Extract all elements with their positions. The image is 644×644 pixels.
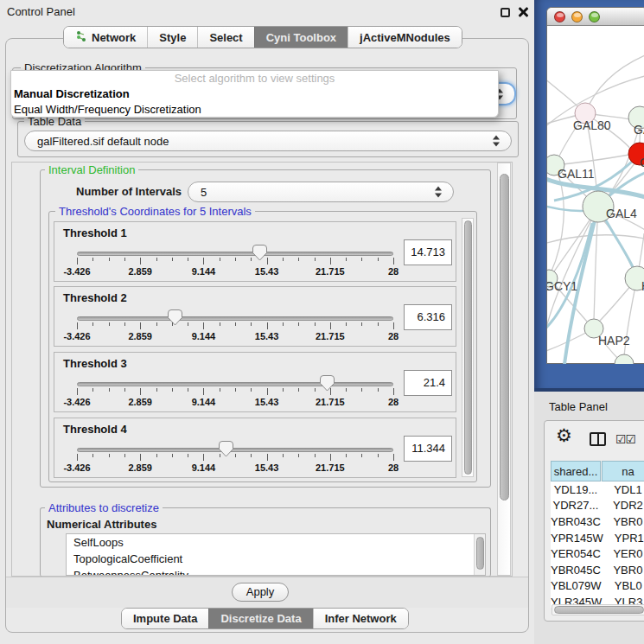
network-edge[interactable] (554, 155, 629, 165)
tab-label: jActiveMNodules (360, 31, 450, 44)
tick-label: 21.715 (316, 266, 345, 277)
table-cell: YBR043C (551, 513, 601, 530)
algorithm-dropdown: Select algorithm to view settings Manual… (10, 70, 499, 118)
table-row[interactable]: YBL079WYBL0 (551, 578, 644, 595)
node-label: HAP2 (598, 334, 630, 348)
gear-icon[interactable]: ⚙ (556, 427, 572, 445)
zoom-traffic-light[interactable] (589, 11, 600, 22)
tick-label: 21.715 (316, 397, 345, 407)
close-icon[interactable] (518, 7, 528, 17)
threshold-value-field[interactable]: 6.316 (404, 304, 452, 330)
table-row[interactable]: YPR145WYPR1 (551, 530, 644, 546)
threshold-value-field[interactable]: 11.344 (404, 436, 452, 462)
table-cell: YBR0 (602, 513, 644, 530)
table-row[interactable]: YBR043CYBR0 (551, 513, 644, 530)
slider-track[interactable] (77, 316, 393, 321)
checkboxes-icon[interactable]: ☑☑ (615, 432, 635, 446)
dropdown-option-manual-discretization[interactable]: Manual Discretization (11, 86, 498, 102)
tab-jactivemnodules[interactable]: jActiveMNodules (348, 27, 462, 48)
tab-label: Discretize Data (220, 612, 301, 625)
node-label: GA (634, 123, 644, 137)
top-tabstrip: NetworkStyleSelectCyni ToolboxjActiveMNo… (63, 26, 462, 48)
threshold-value-field[interactable]: 14.713 (404, 239, 452, 265)
tab-discretize-data[interactable]: Discretize Data (208, 609, 312, 628)
slider-ticks (77, 258, 394, 266)
tab-label: Select (209, 31, 242, 44)
tick-label: 15.43 (255, 397, 279, 407)
combo-stepper-icon (435, 187, 443, 198)
float-icon[interactable] (501, 8, 510, 17)
intervals-combo[interactable]: 5 (188, 182, 454, 202)
node-label: GAL80 (573, 118, 611, 132)
table-row[interactable]: YBR045CYBR0 (551, 562, 644, 578)
attributes-scrollbar[interactable] (474, 534, 485, 575)
table-data-value: galFiltered.sif default node (37, 135, 169, 148)
column-header-1[interactable]: na (602, 461, 644, 481)
network-edge[interactable] (547, 78, 582, 111)
threshold-value-field[interactable]: 21.4 (404, 370, 452, 396)
table-cell: YPR1 (604, 530, 644, 546)
threshold-panel-1: Threshold 1-3.4262.8599.14415.4321.71528… (54, 221, 456, 282)
network-window: GAL80GACGAL11GAL4GCY1HHAP2 (546, 7, 644, 364)
tick-label: 28 (388, 397, 399, 407)
table-row[interactable]: YDL19...YDL1 (551, 481, 644, 498)
tick-label: 15.43 (255, 266, 279, 277)
threshold-label: Threshold 1 (63, 226, 127, 239)
tab-label: Cyni Toolbox (266, 31, 336, 44)
tab-cyni-toolbox[interactable]: Cyni Toolbox (254, 27, 348, 48)
node-table: shared...na YDL19...YDL1YDR27...YDR2YBR0… (551, 461, 644, 608)
network-canvas[interactable]: GAL80GACGAL11GAL4GCY1HHAP2 (547, 26, 644, 364)
thresholds-scrollbar-thumb[interactable] (464, 220, 472, 475)
table-row[interactable]: YDR27...YDR2 (551, 498, 644, 514)
node-label: C (640, 156, 644, 169)
threshold-label: Threshold 2 (63, 291, 127, 304)
outer-scrollbar-thumb[interactable] (500, 174, 509, 501)
outer-scrollbar[interactable] (497, 163, 511, 576)
tick-label: 28 (388, 331, 399, 341)
attributes-scrollbar-thumb[interactable] (476, 537, 484, 570)
attribute-item-topologicalcoefficient[interactable]: TopologicalCoefficient (67, 551, 485, 567)
network-edge[interactable] (585, 55, 644, 113)
table-horizontal-scrollbar-thumb[interactable] (554, 606, 644, 614)
tab-impute-data[interactable]: Impute Data (122, 609, 208, 628)
tab-label: Style (159, 31, 186, 44)
control-panel: Control Panel NetworkStyleSelectCyni Too… (0, 0, 534, 644)
table-cell: YBR0 (602, 562, 644, 578)
tick-label: 2.859 (128, 266, 152, 277)
tab-label: Impute Data (133, 612, 197, 625)
tick-label: 21.715 (316, 462, 345, 473)
network-window-titlebar[interactable] (547, 8, 644, 26)
apply-button[interactable]: Apply (232, 583, 289, 602)
table-panel-title: Table Panel (549, 400, 608, 413)
dropdown-option-equal-width-frequency-discretization[interactable]: Equal Width/Frequency Discretization (11, 102, 498, 118)
split-pane-icon[interactable] (590, 432, 606, 446)
table-data-combo[interactable]: galFiltered.sif default node (24, 131, 512, 151)
attributes-group-title: Attributes to discretize (45, 501, 163, 514)
slider-track[interactable] (77, 448, 393, 452)
minimize-traffic-light[interactable] (571, 11, 583, 22)
combo-stepper-icon (493, 136, 501, 147)
tab-infer-network[interactable]: Infer Network (313, 609, 408, 628)
bottom-tabstrip: Impute DataDiscretize DataInfer Network (121, 608, 409, 629)
close-traffic-light[interactable] (554, 11, 565, 22)
column-header-0[interactable]: shared... (551, 461, 601, 481)
tab-network[interactable]: Network (64, 27, 147, 48)
slider-ticks (77, 388, 394, 397)
tick-label: 9.144 (192, 331, 216, 341)
table-cell: YER054C (551, 545, 601, 562)
tab-style[interactable]: Style (147, 27, 197, 48)
attribute-item-selfloops[interactable]: SelfLoops (67, 534, 485, 551)
slider-track[interactable] (77, 382, 393, 386)
thresholds-scrollbar[interactable] (462, 218, 474, 477)
tick-label: 9.144 (192, 266, 216, 277)
tab-select[interactable]: Select (197, 27, 253, 48)
table-horizontal-scrollbar[interactable] (552, 604, 644, 615)
threshold-panel-4: Threshold 4-3.4262.8599.14415.4321.71528… (54, 418, 456, 478)
slider-track[interactable] (77, 252, 393, 256)
tick-label: 2.859 (128, 462, 152, 473)
network-node[interactable] (615, 354, 634, 364)
tick-label: -3.426 (63, 266, 90, 277)
table-row[interactable]: YER054CYER0 (551, 545, 644, 562)
attribute-item-betweennesscentrality[interactable]: BetweennessCentrality (67, 567, 485, 576)
table-header-row: shared...na (551, 461, 644, 481)
